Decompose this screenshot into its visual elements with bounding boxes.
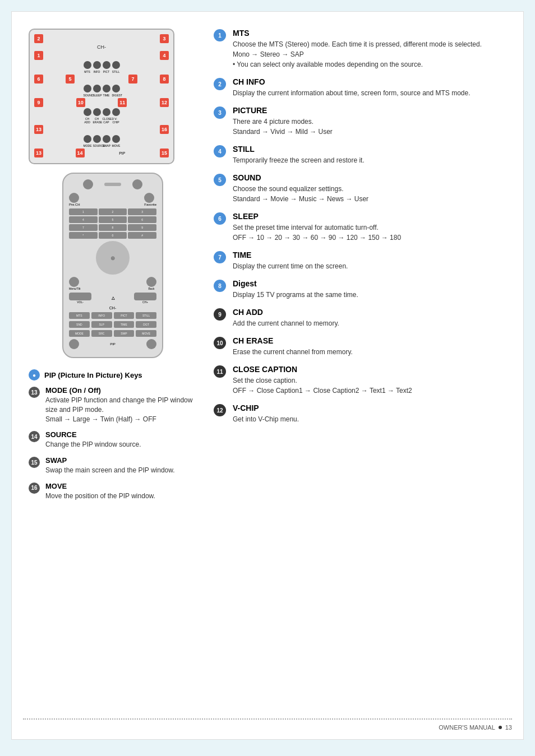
- btn-picture[interactable]: [103, 61, 110, 69]
- r2-onoff-btn[interactable]: [69, 339, 79, 349]
- r2-dgt-btn[interactable]: DGT: [136, 321, 156, 328]
- pip-item-16: 16 MOVE Move the position of the PIP win…: [29, 482, 197, 501]
- feat-title-6: SLEEP: [233, 212, 401, 221]
- r2-mts-btn[interactable]: MTS: [69, 312, 90, 319]
- btn-mode[interactable]: [84, 135, 91, 143]
- remote-control-full: Pre.CH Favorite 1 2 3 4 5 6 7 8: [62, 173, 163, 358]
- r2-src-btn[interactable]: SRC: [91, 330, 112, 337]
- feat-desc-9: Add the current channel to memory.: [233, 318, 339, 328]
- r2-nav-circle[interactable]: ⊕: [96, 241, 130, 275]
- ch-label: CH-: [34, 44, 169, 50]
- r2-btn-1[interactable]: 1: [69, 208, 98, 215]
- r2-swp-btn[interactable]: SWP: [114, 330, 135, 337]
- feat-content-5: SOUND Choose the sound equalizer setting…: [233, 173, 368, 204]
- r2-btn-hash[interactable]: #: [128, 232, 156, 239]
- feat-title-12: V-CHIP: [233, 403, 299, 412]
- pip-item-15-title: SWAP: [45, 456, 175, 465]
- pip-section: ● PIP (Picture In Picture) Keys 13 MODE …: [29, 369, 197, 501]
- r2-pict-btn[interactable]: PICT: [114, 312, 135, 319]
- r2-btn-5[interactable]: 5: [99, 216, 127, 223]
- btn-v-chip[interactable]: [112, 108, 120, 116]
- r2-power-btn[interactable]: [132, 179, 142, 189]
- r2-mute-btn[interactable]: [83, 179, 93, 189]
- rc-labels-row5: 13 16: [34, 125, 169, 134]
- r2-info-btn[interactable]: INFO: [91, 312, 112, 319]
- feat-content-6: SLEEP Set the preset time interval for a…: [233, 212, 401, 243]
- r2-ch-slider[interactable]: [134, 293, 156, 300]
- r2-mode2-btn[interactable]: MODE: [69, 330, 90, 337]
- label-3: 3: [160, 34, 169, 43]
- btn-sleep[interactable]: [93, 85, 101, 92]
- feat-num-9: 9: [214, 308, 226, 321]
- feature-8: 8 Digest Display 15 TV programs at the s…: [214, 279, 506, 300]
- feat-desc-5: Choose the sound equalizer settings. Sta…: [233, 184, 368, 204]
- pip-item-14-content: SOURCE Change the PIP window source.: [45, 430, 141, 449]
- feat-content-4: STILL Temporarily freeze the screen and …: [233, 145, 365, 165]
- btn-time[interactable]: [103, 85, 110, 92]
- r2-btn-6[interactable]: 6: [128, 216, 156, 223]
- label-7: 7: [128, 75, 137, 84]
- r2-onoff-row: PIP: [69, 339, 156, 349]
- feature-11: 11 CLOSE CAPTION Set the close caption. …: [214, 365, 506, 396]
- r2-bottom-row1: MTS INFO PICT STILL: [69, 312, 156, 319]
- rc-labels-row6: 13 14 PIP 15: [34, 149, 169, 157]
- feat-title-5: SOUND: [233, 173, 368, 182]
- r2-prech-btn[interactable]: [69, 193, 79, 203]
- feat-content-12: V-CHIP Get into V-Chip menu.: [233, 403, 299, 424]
- r2-btn-4[interactable]: 4: [69, 216, 98, 223]
- r2-fav-btn[interactable]: [144, 193, 154, 203]
- label-5: 5: [66, 75, 75, 84]
- feat-content-3: PICTURE There are 4 picture modes. Stand…: [233, 106, 333, 137]
- r2-pip-btn[interactable]: [146, 339, 156, 349]
- feat-title-9: CH ADD: [233, 308, 339, 317]
- r2-move-btn[interactable]: MOVE: [136, 330, 156, 337]
- label-10: 10: [76, 98, 85, 107]
- btn-source[interactable]: [93, 135, 101, 143]
- feat-desc-7: Display the current time on the screen.: [233, 261, 348, 271]
- btn-info[interactable]: [93, 61, 101, 69]
- r2-btn-star[interactable]: *: [69, 232, 98, 239]
- rc-labels-row2: 1 4: [34, 51, 169, 60]
- r2-btn-0[interactable]: 0: [99, 232, 127, 239]
- feat-num-1: 1: [214, 29, 226, 41]
- r2-menu-btn[interactable]: [69, 277, 79, 287]
- r2-still-btn[interactable]: STILL: [136, 312, 156, 319]
- btn-ch-erase[interactable]: [93, 108, 101, 116]
- btn-closed-caption[interactable]: [103, 108, 110, 116]
- pip-num-13: 13: [29, 387, 40, 398]
- rc-row-2: [34, 85, 169, 92]
- feat-desc-4: Temporarily freeze the screen and restor…: [233, 155, 365, 165]
- right-column: 1 MTS Choose the MTS (Stereo) mode. Each…: [214, 29, 506, 508]
- feat-content-9: CH ADD Add the current channel to memory…: [233, 308, 339, 328]
- feat-title-2: CH INFO: [233, 77, 471, 86]
- pip-item-15-content: SWAP Swap the main screen and the PIP wi…: [45, 456, 175, 475]
- feat-num-3: 3: [214, 106, 226, 119]
- btn-sound[interactable]: [84, 85, 91, 92]
- r2-btn-3[interactable]: 3: [128, 208, 156, 215]
- r2-sound-btn[interactable]: SND: [69, 321, 90, 328]
- btn-digest[interactable]: [112, 85, 120, 92]
- r2-slp-btn[interactable]: SLP: [91, 321, 112, 328]
- r2-btn-8[interactable]: 8: [99, 224, 127, 231]
- pip-item-13-content: MODE (On / Off) Activate PIP function an…: [45, 386, 197, 424]
- btn-still[interactable]: [112, 61, 120, 69]
- rc-labels-row4: 9 10 11 12: [34, 98, 169, 107]
- pip-num-15: 15: [29, 457, 40, 468]
- btn-ch-add[interactable]: [84, 108, 91, 116]
- btn-move[interactable]: [112, 135, 120, 143]
- page: 2 3 CH- 1 4 MTS: [11, 11, 524, 740]
- label-2: 2: [34, 34, 43, 43]
- btn-swap[interactable]: [103, 135, 110, 143]
- r2-time-btn[interactable]: TIME: [114, 321, 135, 328]
- feat-content-2: CH INFO Display the current information …: [233, 77, 471, 98]
- r2-btn-9[interactable]: 9: [128, 224, 156, 231]
- r2-btn-2[interactable]: 2: [99, 208, 127, 215]
- label-4: 4: [160, 51, 169, 60]
- feat-title-11: CLOSE CAPTION: [233, 365, 412, 374]
- btn-mts[interactable]: [84, 61, 91, 69]
- r2-vol-slider[interactable]: [69, 293, 91, 300]
- feat-title-3: PICTURE: [233, 106, 333, 115]
- r2-btn-7[interactable]: 7: [69, 224, 98, 231]
- r2-back-btn[interactable]: [146, 277, 156, 287]
- r2-numpad: 1 2 3 4 5 6 7 8 9 * 0 #: [69, 208, 156, 239]
